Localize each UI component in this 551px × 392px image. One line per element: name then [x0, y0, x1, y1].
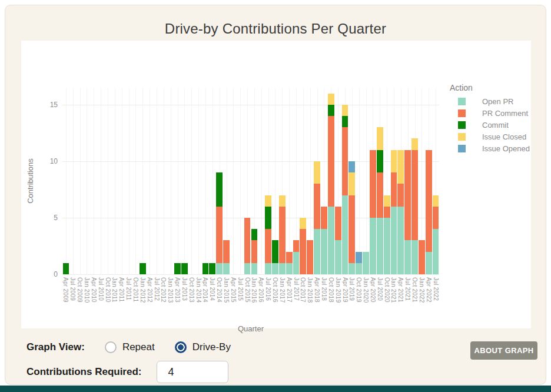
v-gridline	[184, 88, 185, 274]
x-tick-label: Oct 2020	[384, 277, 390, 303]
h-gridline	[62, 274, 439, 275]
contributions-controls: Contributions Required:	[26, 360, 228, 384]
bar-segment	[377, 172, 383, 218]
bar-segment	[321, 207, 327, 229]
bar-segment	[404, 150, 411, 241]
bar-segment	[279, 195, 286, 207]
x-tick-label: Oct 2009	[77, 277, 83, 303]
bar-segment	[244, 263, 251, 274]
bar-segment	[348, 161, 355, 172]
x-tick-label: Jul 2012	[154, 277, 160, 301]
v-gridline	[108, 88, 108, 274]
bar-segment	[293, 252, 300, 274]
bar-segment	[348, 172, 355, 195]
plot-area: Contributions Quarter 051015Apr 2009Jul …	[62, 88, 439, 274]
bar-segment	[209, 263, 215, 274]
y-tick-label: 15	[41, 101, 58, 109]
legend-swatch-icon	[458, 98, 466, 105]
v-gridline	[142, 88, 143, 274]
bar-segment	[348, 263, 355, 274]
bar-segment	[404, 240, 411, 274]
legend-item: Issue Closed	[458, 132, 532, 141]
legend-label: Open PR	[482, 97, 513, 106]
x-tick-label: Oct 2017	[300, 277, 306, 303]
v-gridline	[66, 88, 67, 274]
about-graph-button[interactable]: ABOUT GRAPH	[470, 341, 537, 360]
x-tick-label: Jan 2016	[251, 277, 257, 303]
x-tick-label: Oct 2011	[132, 277, 139, 302]
x-tick-label: Apr 2009	[62, 277, 69, 303]
bar-segment	[265, 207, 271, 229]
bar-segment	[370, 218, 376, 274]
bar-segment	[363, 252, 369, 274]
contributions-required-input[interactable]	[157, 361, 228, 383]
v-gridline	[80, 88, 81, 274]
legend-swatch-icon	[458, 109, 466, 117]
bar-segment	[265, 263, 271, 274]
bar-segment	[411, 240, 418, 274]
bar-segment	[321, 229, 327, 274]
v-gridline	[129, 88, 130, 274]
x-tick-label: Oct 2015	[244, 277, 251, 303]
legend-item: PR Comment	[458, 109, 532, 118]
bar-segment	[433, 229, 439, 274]
x-tick-label: Jan 2019	[335, 277, 341, 303]
bar-segment	[223, 240, 230, 263]
bar-segment	[223, 263, 230, 274]
chart-panel: Contributions Quarter 051015Apr 2009Jul …	[21, 41, 531, 328]
bar-segment	[63, 263, 69, 274]
bar-segment	[342, 127, 348, 195]
x-tick-label: Jul 2010	[98, 277, 104, 301]
v-gridline	[94, 88, 94, 274]
legend-title: Action	[450, 83, 532, 92]
legend-swatch-icon	[458, 133, 466, 141]
v-gridline	[87, 88, 87, 274]
x-tick-label: Oct 2018	[328, 277, 334, 303]
legend-label: Commit	[482, 121, 509, 129]
bar-segment	[391, 150, 397, 172]
bar-segment	[265, 195, 271, 207]
v-gridline	[366, 88, 367, 274]
legend-label: Issue Closed	[482, 132, 526, 141]
bar-segment	[300, 229, 306, 274]
x-tick-label: Oct 2016	[272, 277, 278, 303]
graph-card: Drive-by Contributions Per Quarter Contr…	[5, 5, 546, 385]
page-title: Drive-by Contributions Per Quarter	[5, 21, 546, 37]
bar-segment	[335, 207, 341, 241]
bar-segment	[377, 218, 383, 274]
x-tick-label: Apr 2022	[426, 277, 432, 303]
x-tick-label: Apr 2019	[342, 277, 348, 303]
bar-segment	[174, 263, 181, 274]
graph-view-option-drive-by[interactable]: Drive-By	[175, 341, 231, 353]
bar-segment	[251, 240, 258, 263]
bar-segment	[328, 94, 334, 105]
graph-view-option-repeat[interactable]: Repeat	[105, 341, 155, 353]
x-tick-label: Apr 2013	[174, 277, 181, 303]
footer-bar	[0, 386, 551, 392]
v-gridline	[289, 88, 290, 274]
bar-segment	[300, 218, 306, 229]
bar-segment	[348, 195, 355, 263]
bar-segment	[384, 195, 390, 207]
v-gridline	[150, 88, 150, 274]
legend-swatch-icon	[458, 121, 466, 129]
bar-segment	[286, 263, 293, 274]
v-gridline	[115, 88, 115, 274]
x-tick-label: Jul 2011	[125, 277, 132, 300]
y-axis-title-wrap: Contributions	[25, 88, 35, 274]
x-tick-label: Apr 2014	[202, 277, 208, 303]
graph-view-label: Graph View:	[26, 341, 85, 353]
bar-segment	[279, 207, 286, 263]
v-gridline	[261, 88, 262, 274]
radio-unselected-icon[interactable]	[105, 341, 117, 353]
legend: Action Open PRPR CommentCommitIssue Clos…	[450, 83, 532, 156]
bar-segment	[216, 263, 223, 274]
bar-segment	[328, 105, 334, 116]
x-tick-label: Jan 2011	[111, 277, 118, 303]
x-tick-label: Oct 2014	[216, 277, 223, 303]
x-tick-label: Apr 2021	[397, 277, 404, 303]
v-gridline	[198, 88, 199, 274]
radio-selected-icon[interactable]	[175, 341, 187, 353]
bar-segment	[342, 105, 348, 116]
contributions-required-label: Contributions Required:	[26, 366, 141, 378]
